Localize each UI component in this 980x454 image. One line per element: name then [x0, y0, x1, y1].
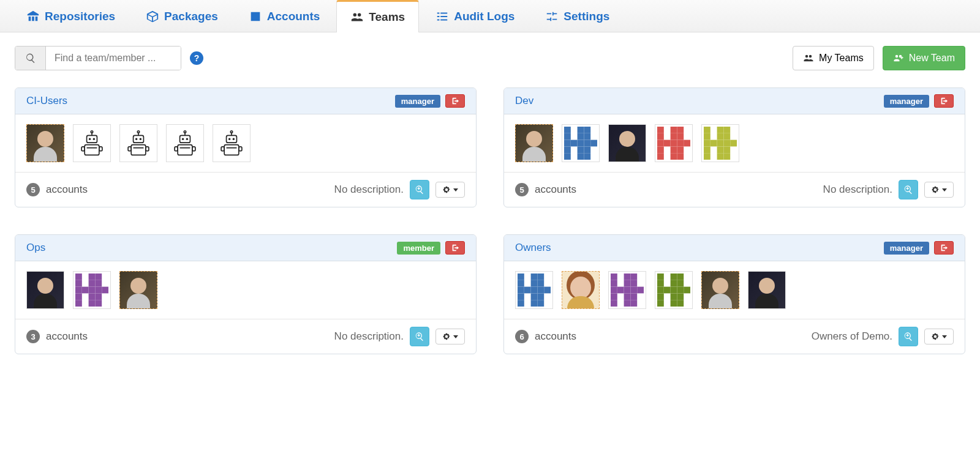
card-body	[504, 261, 965, 319]
caret-down-icon	[942, 188, 947, 192]
tab-accounts[interactable]: Accounts	[235, 0, 334, 32]
toolbar: ? My Teams New Team	[0, 32, 980, 81]
svg-rect-46	[717, 146, 724, 153]
zoom-button[interactable]	[410, 180, 429, 199]
tab-label: Audit Logs	[454, 10, 514, 23]
svg-rect-83	[531, 300, 538, 307]
leave-button[interactable]	[934, 241, 954, 255]
card-header: Ops member	[15, 235, 476, 261]
svg-rect-69	[531, 274, 538, 280]
card-footer: 3 accounts No description.	[15, 319, 476, 354]
avatar-robot	[119, 124, 157, 162]
svg-rect-84	[537, 300, 544, 307]
svg-rect-34	[704, 127, 710, 133]
tab-packages[interactable]: Packages	[132, 0, 232, 32]
svg-rect-1	[578, 127, 584, 133]
svg-rect-113	[657, 293, 664, 300]
accounts-label: accounts	[46, 184, 88, 196]
svg-rect-30	[677, 146, 684, 153]
avatar-robot	[73, 124, 111, 162]
avatar-photo	[701, 271, 739, 309]
tab-label: Accounts	[267, 10, 320, 23]
id-icon	[249, 10, 262, 23]
tab-settings[interactable]: Settings	[531, 0, 624, 32]
new-team-button[interactable]: New Team	[883, 46, 965, 70]
tab-audit-logs[interactable]: Audit Logs	[421, 0, 529, 32]
svg-rect-65	[75, 300, 82, 307]
team-name-link[interactable]: Owners	[515, 242, 551, 254]
svg-rect-57	[75, 287, 82, 294]
svg-rect-15	[578, 153, 584, 160]
team-card: CI-Users manager 5 accounts No descripti…	[15, 87, 477, 207]
svg-rect-86	[624, 274, 631, 280]
avatar-identicon	[655, 124, 693, 162]
tab-repositories[interactable]: Repositories	[12, 0, 129, 32]
team-description: No description.	[823, 184, 892, 196]
svg-rect-82	[518, 300, 524, 307]
card-header: Owners manager	[504, 235, 965, 261]
svg-rect-70	[537, 274, 544, 280]
svg-rect-14	[564, 153, 571, 160]
leave-button[interactable]	[445, 94, 465, 108]
svg-rect-8	[578, 140, 584, 147]
svg-rect-106	[671, 280, 677, 287]
svg-rect-37	[704, 133, 710, 140]
team-description: Owners of Demo.	[812, 330, 892, 343]
svg-rect-55	[89, 280, 96, 287]
zoom-button[interactable]	[899, 327, 918, 346]
svg-rect-118	[677, 300, 684, 307]
settings-dropdown[interactable]	[435, 182, 465, 198]
leave-button[interactable]	[445, 241, 465, 255]
svg-rect-76	[531, 287, 538, 294]
zoom-button[interactable]	[410, 327, 429, 346]
svg-rect-33	[677, 153, 684, 160]
svg-rect-32	[671, 153, 677, 160]
svg-rect-3	[564, 133, 571, 140]
svg-rect-87	[630, 274, 637, 280]
leave-button[interactable]	[934, 94, 954, 108]
role-badge: manager	[395, 95, 440, 108]
team-name-link[interactable]: Dev	[515, 95, 533, 107]
count-badge: 6	[515, 330, 529, 343]
team-name-link[interactable]: Ops	[26, 242, 45, 254]
search-input[interactable]	[46, 47, 181, 70]
svg-rect-111	[677, 287, 684, 294]
caret-down-icon	[453, 335, 458, 338]
svg-rect-117	[671, 300, 677, 307]
svg-rect-68	[518, 274, 524, 280]
users-icon	[350, 10, 364, 24]
role-badge: manager	[884, 242, 929, 255]
svg-rect-26	[677, 140, 684, 147]
settings-dropdown[interactable]	[924, 329, 954, 344]
avatar-identicon	[562, 124, 600, 162]
svg-rect-53	[95, 274, 102, 280]
count-badge: 5	[515, 183, 529, 196]
my-teams-button[interactable]: My Teams	[793, 46, 874, 70]
settings-dropdown[interactable]	[435, 329, 465, 344]
team-card: Owners manager 6 accounts Owners of Demo…	[503, 234, 965, 354]
settings-dropdown[interactable]	[924, 182, 954, 198]
svg-rect-50	[723, 153, 730, 160]
avatar-photo	[608, 124, 646, 162]
zoom-button[interactable]	[899, 180, 918, 199]
svg-rect-49	[717, 153, 724, 160]
team-card: Dev manager 5 accounts No description.	[503, 87, 965, 207]
tab-teams[interactable]: Teams	[336, 0, 419, 32]
svg-rect-59	[89, 287, 96, 294]
avatar-identicon	[655, 271, 693, 309]
team-name-link[interactable]: CI-Users	[26, 95, 67, 107]
svg-rect-102	[657, 274, 664, 280]
avatar-identicon	[608, 271, 646, 309]
help-icon[interactable]: ?	[190, 51, 203, 65]
svg-rect-4	[578, 133, 584, 140]
svg-rect-60	[95, 287, 102, 294]
svg-rect-63	[89, 293, 96, 300]
avatar-photo	[26, 124, 64, 162]
svg-rect-21	[671, 133, 677, 140]
search-icon	[15, 47, 46, 70]
svg-rect-45	[704, 146, 710, 153]
svg-rect-54	[75, 280, 82, 287]
svg-rect-22	[677, 133, 684, 140]
svg-rect-104	[677, 274, 684, 280]
svg-rect-73	[537, 280, 544, 287]
